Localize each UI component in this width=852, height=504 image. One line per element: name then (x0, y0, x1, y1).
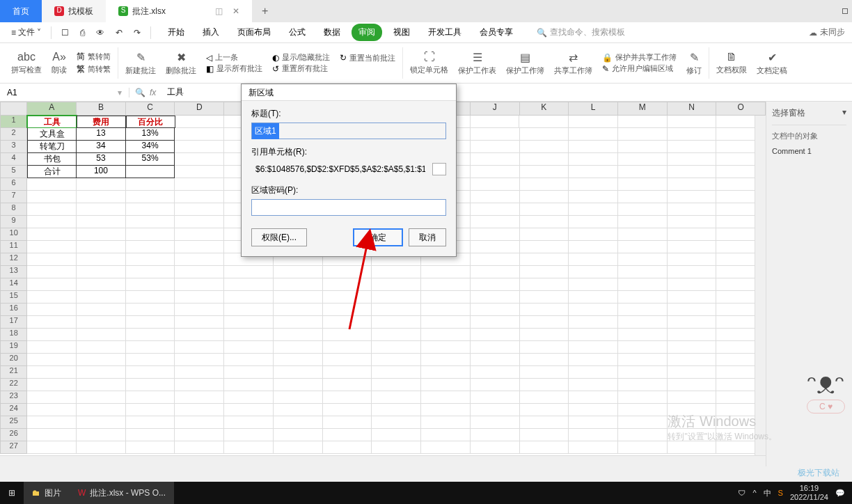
pane-item[interactable]: Comment 1 (772, 145, 846, 157)
ribbon-tab-start[interactable]: 开始 (161, 24, 191, 41)
cell[interactable] (520, 291, 569, 304)
cell[interactable] (520, 441, 569, 454)
cell[interactable] (27, 391, 77, 404)
cell[interactable] (175, 266, 224, 278)
cell[interactable] (618, 441, 668, 454)
cell[interactable] (77, 329, 126, 341)
cell[interactable] (471, 266, 520, 278)
cell[interactable] (77, 341, 126, 354)
cell[interactable] (520, 141, 569, 153)
row-header[interactable]: 18 (0, 329, 27, 341)
cell[interactable] (569, 253, 618, 266)
cell[interactable] (274, 379, 323, 391)
cell[interactable] (323, 266, 372, 278)
cell[interactable] (126, 441, 175, 454)
cell[interactable] (27, 354, 77, 366)
cell[interactable] (274, 441, 323, 454)
permissions-button[interactable]: 权限(E)... (251, 228, 307, 246)
cell[interactable] (569, 203, 618, 216)
ribbon-tab-insert[interactable]: 插入 (196, 24, 226, 41)
cell[interactable] (175, 341, 224, 354)
cell[interactable] (126, 429, 175, 441)
cell[interactable] (471, 304, 520, 316)
cell[interactable] (569, 341, 618, 354)
cell[interactable] (471, 153, 520, 166)
cell[interactable] (569, 166, 618, 178)
cell[interactable] (126, 329, 175, 341)
cell[interactable] (520, 253, 569, 266)
cell[interactable] (421, 416, 471, 429)
cell[interactable] (274, 291, 323, 304)
cell[interactable] (77, 291, 126, 304)
ribbon-doc-perm[interactable]: 🗎文档权限 (712, 45, 751, 81)
ribbon-convert[interactable]: 简繁转简 繁简转繁 (72, 45, 115, 81)
cell[interactable] (668, 316, 717, 329)
name-box-dropdown-icon[interactable]: ▾ (118, 88, 122, 97)
cell[interactable] (569, 366, 618, 379)
cell[interactable] (323, 416, 372, 429)
cell[interactable] (372, 329, 421, 341)
cell[interactable] (520, 366, 569, 379)
cell[interactable] (126, 266, 175, 278)
horizontal-scrollbar[interactable] (0, 455, 766, 466)
cell[interactable] (274, 416, 323, 429)
cell[interactable] (668, 216, 717, 228)
tab-home[interactable]: 首页 (0, 0, 42, 22)
cell[interactable] (520, 304, 569, 316)
cell[interactable] (668, 178, 717, 191)
new-tab-button[interactable]: + (252, 5, 278, 17)
cell[interactable] (126, 316, 175, 329)
row-header[interactable]: 26 (0, 429, 27, 441)
row-header[interactable]: 1 (0, 116, 27, 128)
cell[interactable] (274, 354, 323, 366)
cell[interactable] (520, 404, 569, 416)
toolbar-redo-icon[interactable]: ↷ (129, 25, 145, 40)
cell[interactable] (668, 341, 717, 354)
cell[interactable] (618, 304, 668, 316)
cell[interactable] (421, 429, 471, 441)
cell[interactable]: 文具盒 (27, 128, 77, 141)
cell[interactable] (126, 341, 175, 354)
cell[interactable] (618, 141, 668, 153)
cancel-button[interactable]: 取消 (409, 228, 446, 246)
ribbon-share-book[interactable]: ⇄共享工作簿 (550, 45, 597, 81)
tab-close-icon[interactable]: ✕ (232, 6, 239, 16)
row-header[interactable]: 17 (0, 316, 27, 329)
cell[interactable] (668, 441, 717, 454)
toolbar-print-icon[interactable]: ⎙ (76, 25, 89, 40)
name-box[interactable]: A1 ▾ (0, 88, 129, 97)
tab-document[interactable]: S 批注.xlsx ◫ ✕ (106, 0, 252, 22)
cell[interactable] (224, 429, 274, 441)
cell[interactable] (175, 166, 224, 178)
row-header[interactable]: 20 (0, 354, 27, 366)
row-header[interactable]: 22 (0, 379, 27, 391)
toolbar-undo-icon[interactable]: ↶ (111, 25, 127, 40)
cell[interactable] (224, 341, 274, 354)
cell[interactable] (77, 441, 126, 454)
row-header[interactable]: 25 (0, 416, 27, 429)
cell[interactable] (126, 404, 175, 416)
cell[interactable] (471, 278, 520, 291)
cell[interactable] (668, 366, 717, 379)
column-header[interactable]: O (716, 102, 766, 116)
cell[interactable] (520, 266, 569, 278)
cell[interactable] (618, 341, 668, 354)
row-header[interactable]: 8 (0, 203, 27, 216)
column-header[interactable]: J (471, 102, 520, 116)
cell[interactable] (175, 178, 224, 191)
cell[interactable] (175, 366, 224, 379)
cell[interactable] (27, 241, 77, 253)
search-box[interactable]: 🔍 查找命令、搜索模板 (537, 26, 625, 38)
cell[interactable] (323, 379, 372, 391)
cell[interactable] (520, 191, 569, 203)
cell[interactable] (668, 304, 717, 316)
cell[interactable] (569, 153, 618, 166)
cell[interactable] (520, 379, 569, 391)
cell[interactable] (126, 391, 175, 404)
cell[interactable] (421, 391, 471, 404)
vertical-scrollbar[interactable] (755, 116, 766, 455)
cell[interactable] (323, 316, 372, 329)
cell[interactable] (323, 304, 372, 316)
cell[interactable] (77, 253, 126, 266)
cell[interactable] (27, 216, 77, 228)
